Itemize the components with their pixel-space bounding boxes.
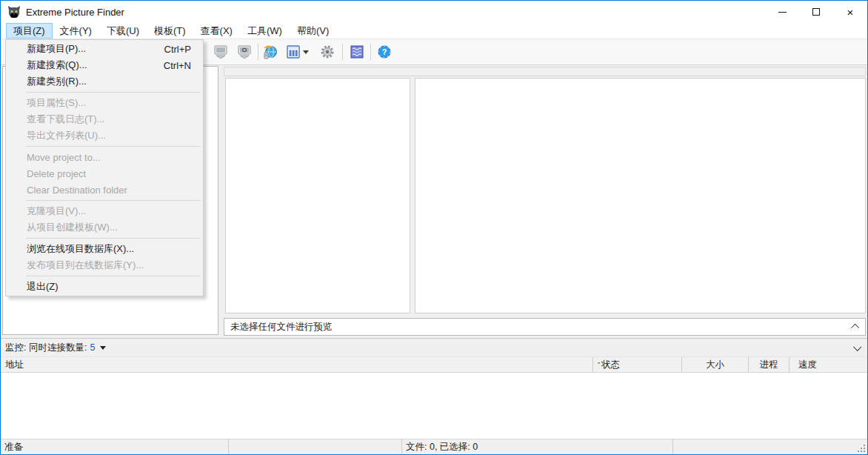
- toggle-preview-panel-button[interactable]: [234, 42, 255, 62]
- download-panel-icon: [213, 44, 229, 60]
- folder-pane[interactable]: [225, 78, 410, 313]
- shortcut-label: Ctrl+P: [164, 44, 191, 55]
- menu-item-delete-project: Delete project: [6, 165, 203, 182]
- resize-grip[interactable]: [858, 445, 865, 452]
- column-header-progress[interactable]: 进程: [749, 357, 789, 372]
- minimize-icon[interactable]: [765, 1, 799, 23]
- menu-item-new-category[interactable]: 新建类别(R)...: [6, 73, 203, 90]
- view-mode-icon: [286, 44, 301, 59]
- expand-monitor-icon[interactable]: [853, 343, 861, 351]
- menu-item-project-properties: 项目属性(S)...: [6, 95, 203, 111]
- menu-project[interactable]: 项目(Z): [6, 23, 53, 39]
- preview-bar: 未选择任何文件进行预览: [224, 318, 866, 336]
- preview-message: 未选择任何文件进行预览: [230, 321, 333, 333]
- menu-item-export-file-list: 导出文件列表(U)...: [6, 127, 203, 144]
- menu-template[interactable]: 模板(T): [147, 23, 193, 39]
- statusbar-divider: [672, 439, 673, 454]
- menu-separator: [26, 276, 201, 276]
- titlebar: Extreme Picture Finder ×: [1, 1, 867, 23]
- toolbar-separator: [370, 44, 371, 60]
- menu-item-new-search[interactable]: 新建搜索(Q)... Ctrl+N: [6, 57, 203, 73]
- menubar: 项目(Z) 文件(Y) 下载(U) 模板(T) 查看(X) 工具(W) 帮助(V…: [1, 23, 867, 39]
- menu-download[interactable]: 下载(U): [99, 23, 147, 39]
- window-title: Extreme Picture Finder: [26, 7, 124, 18]
- app-window: Extreme Picture Finder × 项目(Z) 文件(Y) 下载(…: [0, 0, 868, 455]
- sort-indicator-icon: ”: [598, 362, 600, 368]
- help-icon: ?: [376, 44, 393, 60]
- menu-item-create-template-from-project: 从项目创建模板(W)...: [6, 219, 203, 236]
- project-dropdown-menu: 新建项目(P)... Ctrl+P 新建搜索(Q)... Ctrl+N 新建类别…: [5, 39, 204, 296]
- templates-button[interactable]: [347, 42, 367, 62]
- settings-gear-icon: [319, 44, 335, 60]
- menu-item-clone-project: 克隆项目(V)...: [6, 203, 203, 219]
- menu-item-clear-destination-folder: Clear Destination folder: [6, 182, 203, 198]
- menu-item-new-project[interactable]: 新建项目(P)... Ctrl+P: [6, 41, 203, 57]
- toolbar-separator: [258, 44, 258, 60]
- file-list-header-strip: [224, 67, 866, 76]
- downloads-table-header: 地址 ” 状态 大小 进程 速度: [1, 356, 867, 373]
- column-header-status[interactable]: ” 状态: [593, 357, 682, 372]
- collapse-preview-icon[interactable]: [851, 324, 859, 332]
- view-mode-dropdown-icon[interactable]: [300, 42, 312, 62]
- menu-item-view-download-log: 查看下载日志(T)...: [6, 111, 203, 127]
- open-browser-button[interactable]: [260, 42, 281, 62]
- shortcut-label: Ctrl+N: [164, 60, 191, 71]
- panther-logo-icon: [7, 4, 21, 19]
- close-icon[interactable]: ×: [833, 1, 867, 23]
- settings-button[interactable]: [317, 42, 338, 62]
- menu-separator: [26, 238, 201, 239]
- window-controls: ×: [765, 1, 867, 23]
- menu-item-publish-to-online-database: 发布项目到在线数据库(Y)...: [6, 257, 203, 273]
- help-button[interactable]: ?: [374, 42, 395, 62]
- monitor-bar: 监控: 同时连接数量: 5: [1, 338, 867, 356]
- menu-separator: [26, 92, 201, 93]
- preview-panel-icon: [236, 44, 253, 60]
- menu-item-move-project: Move project to...: [6, 149, 203, 165]
- menu-file[interactable]: 文件(Y): [53, 23, 99, 39]
- column-header-size[interactable]: 大小: [682, 357, 749, 372]
- browser-icon: [262, 44, 278, 60]
- menu-separator: [26, 146, 201, 147]
- menu-item-browse-online-database[interactable]: 浏览在线项目数据库(X)...: [6, 241, 203, 257]
- toolbar-separator: [342, 44, 343, 60]
- menu-separator: [26, 200, 201, 201]
- templates-icon: [349, 44, 365, 60]
- menu-item-exit[interactable]: 退出(Z): [6, 279, 203, 295]
- menu-view[interactable]: 查看(X): [193, 23, 240, 39]
- monitor-label: 监控: 同时连接数量:: [5, 342, 87, 354]
- statusbar: 准备 文件: 0, 已选择: 0: [1, 439, 867, 454]
- connection-count-dropdown-icon[interactable]: [100, 346, 106, 350]
- status-empty-cell: [229, 439, 401, 454]
- menu-tools[interactable]: 工具(W): [240, 23, 290, 39]
- menu-help[interactable]: 帮助(V): [290, 23, 336, 39]
- maximize-icon[interactable]: [799, 1, 833, 23]
- column-header-address[interactable]: 地址: [1, 357, 593, 372]
- toggle-download-panel-button[interactable]: [210, 42, 231, 62]
- svg-text:?: ?: [382, 47, 387, 56]
- connection-count-link[interactable]: 5: [90, 342, 95, 353]
- status-file-count: 文件: 0, 已选择: 0: [402, 439, 672, 454]
- status-ready: 准备: [1, 439, 228, 454]
- downloads-list[interactable]: [1, 373, 867, 439]
- column-header-speed[interactable]: 速度: [789, 357, 867, 372]
- file-list-pane[interactable]: [415, 78, 866, 313]
